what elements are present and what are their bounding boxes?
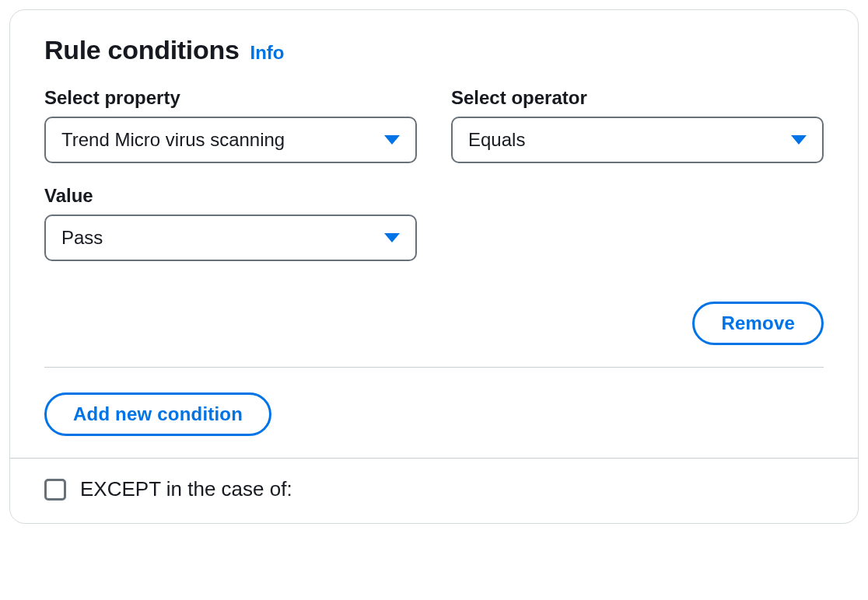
except-row: EXCEPT in the case of: xyxy=(44,459,824,501)
except-label: EXCEPT in the case of: xyxy=(80,477,292,501)
caret-down-icon xyxy=(384,135,400,145)
value-label: Value xyxy=(44,185,417,207)
value-select[interactable]: Pass xyxy=(44,215,417,261)
operator-label: Select operator xyxy=(451,87,824,109)
value-value: Pass xyxy=(61,227,103,249)
operator-select[interactable]: Equals xyxy=(451,117,824,163)
property-label: Select property xyxy=(44,87,417,109)
property-value: Trend Micro virus scanning xyxy=(61,129,285,151)
caret-down-icon xyxy=(791,135,807,145)
property-group: Select property Trend Micro virus scanni… xyxy=(44,87,417,163)
panel-header: Rule conditions Info xyxy=(44,35,824,65)
caret-down-icon xyxy=(384,233,400,242)
operator-group: Select operator Equals xyxy=(451,87,824,163)
info-link[interactable]: Info xyxy=(250,42,285,64)
panel-title: Rule conditions xyxy=(44,35,240,65)
add-condition-button[interactable]: Add new condition xyxy=(44,392,271,436)
except-checkbox[interactable] xyxy=(44,479,66,501)
property-select[interactable]: Trend Micro virus scanning xyxy=(44,117,417,163)
rule-conditions-panel: Rule conditions Info Select property Tre… xyxy=(9,9,859,524)
value-group: Value Pass xyxy=(44,185,417,261)
add-condition-row: Add new condition xyxy=(44,368,824,458)
operator-value: Equals xyxy=(468,129,525,151)
remove-button[interactable]: Remove xyxy=(692,302,824,345)
condition-form: Select property Trend Micro virus scanni… xyxy=(44,87,824,261)
condition-actions: Remove xyxy=(44,302,824,345)
